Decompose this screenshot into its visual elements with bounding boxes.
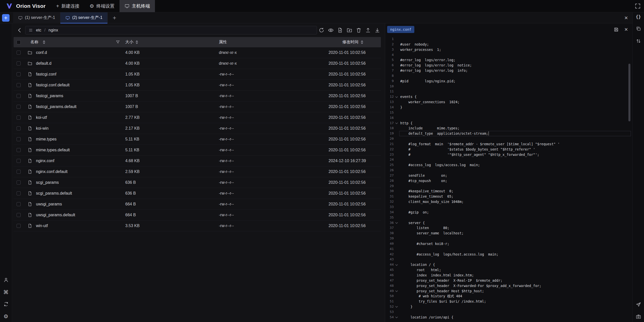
line-number[interactable]: 44: [385, 262, 394, 267]
fold-gutter[interactable]: [394, 278, 399, 283]
fold-gutter[interactable]: [394, 168, 399, 173]
swap-vertical-icon[interactable]: [636, 38, 641, 44]
row-checkbox[interactable]: [17, 61, 21, 65]
line-number[interactable]: 16: [385, 115, 394, 121]
file-name[interactable]: fastcgi_params: [34, 94, 63, 98]
fold-gutter[interactable]: [394, 57, 399, 63]
file-name[interactable]: fastcgi.conf: [34, 72, 56, 77]
line-number[interactable]: 14: [385, 105, 394, 110]
line-number[interactable]: 32: [385, 199, 394, 204]
file-name[interactable]: fastcgi.conf.default: [34, 83, 69, 87]
fold-chevron-icon[interactable]: [395, 305, 398, 308]
line-number[interactable]: 35: [385, 215, 394, 220]
fold-gutter[interactable]: [394, 89, 399, 94]
editor-close-icon[interactable]: ×: [623, 26, 629, 32]
file-name[interactable]: mime.types.default: [34, 148, 70, 152]
line-number[interactable]: 9: [385, 79, 394, 84]
fold-gutter[interactable]: [394, 37, 399, 42]
file-row[interactable]: default.d 4.00 KB drwxr-xr-x 2020-11-01 …: [14, 58, 381, 69]
fold-gutter[interactable]: [394, 299, 399, 304]
file-name[interactable]: fastcgi_params.default: [34, 104, 76, 109]
line-number[interactable]: 26: [385, 168, 394, 173]
fold-gutter[interactable]: [394, 294, 399, 299]
fold-chevron-icon[interactable]: [395, 316, 398, 318]
line-number[interactable]: 41: [385, 246, 394, 252]
row-checkbox[interactable]: [17, 72, 21, 76]
fold-gutter[interactable]: [394, 99, 399, 105]
file-name[interactable]: mime.types: [34, 137, 57, 141]
file-row[interactable]: conf.d 4.00 KB drwxr-xr-x 2020-11-01 10:…: [14, 47, 381, 58]
line-number[interactable]: 1: [385, 37, 394, 42]
user-icon[interactable]: [3, 277, 9, 283]
fold-gutter[interactable]: [394, 289, 399, 294]
new-connection-button[interactable]: +: [2, 14, 10, 22]
file-row[interactable]: fastcgi_params.default 1007 B -rw-r--r--…: [14, 101, 381, 112]
fold-gutter[interactable]: [394, 215, 399, 220]
file-row[interactable]: koi-utf 2.77 KB -rw-r--r-- 2020-11-01 10…: [14, 112, 381, 123]
fold-gutter[interactable]: [394, 52, 399, 58]
line-number[interactable]: 17: [385, 121, 394, 126]
fold-gutter[interactable]: [394, 184, 399, 189]
line-number[interactable]: 10: [385, 84, 394, 89]
fold-gutter[interactable]: [394, 47, 399, 52]
line-number[interactable]: 53: [385, 309, 394, 315]
line-number[interactable]: 13: [385, 99, 394, 105]
fold-chevron-icon[interactable]: [395, 263, 398, 266]
file-name[interactable]: nginx.conf.default: [34, 169, 67, 174]
line-number[interactable]: 43: [385, 257, 394, 262]
fold-gutter[interactable]: [394, 94, 399, 99]
fold-gutter[interactable]: [394, 126, 399, 131]
file-name[interactable]: uwsgi_params: [34, 202, 62, 206]
fold-gutter[interactable]: [394, 141, 399, 147]
settings-gear-icon[interactable]: ⚙: [3, 313, 9, 319]
file-row[interactable]: scgi_params.default 636 B -rw-r--r-- 202…: [14, 188, 381, 199]
fold-gutter[interactable]: [394, 136, 399, 141]
line-number[interactable]: 28: [385, 178, 394, 184]
file-row[interactable]: fastcgi.conf 1.05 KB -rw-r--r-- 2020-11-…: [14, 69, 381, 80]
menu-new-connection[interactable]: + 新建连接: [51, 0, 85, 12]
fold-gutter[interactable]: [394, 105, 399, 110]
row-checkbox[interactable]: [17, 213, 21, 217]
line-number[interactable]: 19: [385, 131, 394, 136]
tab-server-1[interactable]: (1) server-生产-1: [13, 12, 60, 23]
fold-gutter[interactable]: [394, 220, 399, 226]
line-number[interactable]: 46: [385, 273, 394, 278]
line-number[interactable]: 24: [385, 157, 394, 162]
sort-mtime-icon[interactable]: [361, 40, 363, 44]
line-number[interactable]: 34: [385, 210, 394, 215]
fold-gutter[interactable]: [394, 110, 399, 115]
column-mtime[interactable]: 修改时间: [342, 40, 358, 45]
fold-gutter[interactable]: [394, 252, 399, 257]
file-row[interactable]: uwsgi_params.default 664 B -rw-r--r-- 20…: [14, 210, 381, 221]
fold-gutter[interactable]: [394, 204, 399, 210]
file-row[interactable]: mime.types 5.11 KB -rw-r--r-- 2020-11-01…: [14, 134, 381, 145]
row-checkbox[interactable]: [17, 137, 21, 141]
fullscreen-icon[interactable]: [634, 3, 641, 9]
fold-gutter[interactable]: [394, 178, 399, 184]
line-number[interactable]: 52: [385, 304, 394, 309]
fold-gutter[interactable]: [394, 257, 399, 262]
add-tab-button[interactable]: +: [110, 14, 119, 21]
file-row[interactable]: koi-win 2.17 KB -rw-r--r-- 2020-11-01 10…: [14, 123, 381, 134]
line-number[interactable]: 20: [385, 136, 394, 141]
camera-icon[interactable]: [636, 314, 641, 319]
file-name[interactable]: win-utf: [34, 224, 48, 228]
line-number[interactable]: 48: [385, 283, 394, 289]
menu-host-terminal[interactable]: 主机终端: [119, 0, 155, 12]
breadcrumb-segment-nginx[interactable]: nginx: [49, 28, 58, 32]
file-row[interactable]: nginx.conf 4.68 KB -rw-r--r-- 2024-12-10…: [14, 156, 381, 166]
line-number[interactable]: 40: [385, 241, 394, 246]
row-checkbox[interactable]: [17, 116, 21, 120]
new-folder-icon[interactable]: [346, 27, 352, 33]
fold-gutter[interactable]: [394, 42, 399, 47]
file-row[interactable]: fastcgi.conf.default 1.05 KB -rw-r--r-- …: [14, 80, 381, 91]
fold-gutter[interactable]: [394, 189, 399, 194]
file-name[interactable]: nginx.conf: [34, 159, 54, 163]
new-file-icon[interactable]: [337, 27, 343, 33]
download-icon[interactable]: [374, 27, 380, 33]
delete-icon[interactable]: [356, 27, 362, 33]
fold-gutter[interactable]: [394, 173, 399, 178]
fold-chevron-icon[interactable]: [395, 221, 398, 224]
line-number[interactable]: 4: [385, 52, 394, 58]
fold-gutter[interactable]: [394, 304, 399, 309]
